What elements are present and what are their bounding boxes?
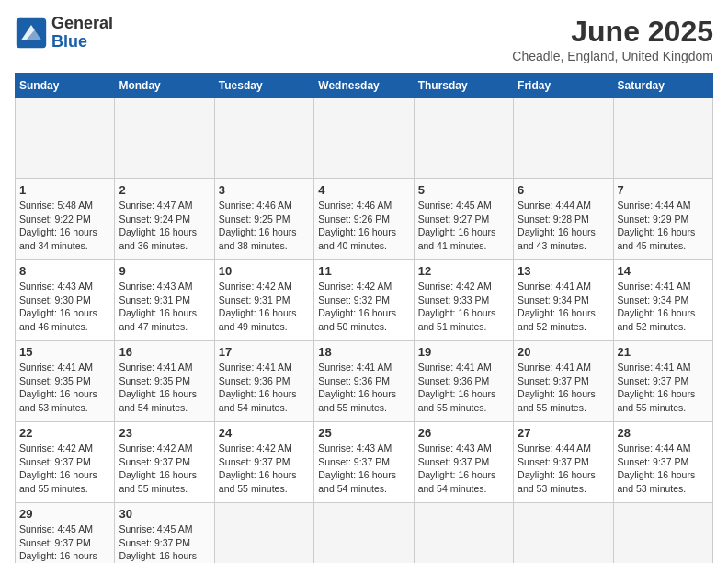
day-number: 27 [518,426,609,440]
day-number: 18 [318,345,409,359]
day-number: 6 [518,183,609,197]
calendar-week-row: 22 Sunrise: 4:42 AMSunset: 9:37 PMDaylig… [16,422,713,503]
day-number: 3 [219,183,310,197]
day-info: Sunrise: 4:43 AMSunset: 9:37 PMDaylight:… [318,442,396,494]
calendar-cell [414,503,513,564]
day-info: Sunrise: 4:41 AMSunset: 9:36 PMDaylight:… [418,362,496,413]
weekday-header: Sunday [16,74,115,98]
weekday-header: Monday [115,74,214,98]
day-info: Sunrise: 5:48 AMSunset: 9:22 PMDaylight:… [19,200,97,251]
day-number: 16 [119,345,210,359]
page-header: General Blue June 2025 Cheadle, England,… [15,15,713,63]
day-info: Sunrise: 4:42 AMSunset: 9:37 PMDaylight:… [119,442,197,494]
day-info: Sunrise: 4:46 AMSunset: 9:25 PMDaylight:… [219,200,297,251]
day-info: Sunrise: 4:41 AMSunset: 9:35 PMDaylight:… [19,362,97,413]
day-number: 13 [518,264,609,278]
calendar-cell: 1 Sunrise: 5:48 AMSunset: 9:22 PMDayligh… [16,179,115,260]
calendar-cell [214,503,313,564]
weekday-header: Friday [514,74,613,98]
day-info: Sunrise: 4:44 AMSunset: 9:29 PMDaylight:… [618,200,696,251]
calendar-cell: 25 Sunrise: 4:43 AMSunset: 9:37 PMDaylig… [314,422,414,503]
weekday-header: Wednesday [314,74,414,98]
calendar-cell: 2 Sunrise: 4:47 AMSunset: 9:24 PMDayligh… [115,179,214,260]
calendar-cell: 8 Sunrise: 4:43 AMSunset: 9:30 PMDayligh… [16,260,115,341]
day-number: 20 [518,345,609,359]
calendar-cell: 15 Sunrise: 4:41 AMSunset: 9:35 PMDaylig… [16,341,115,422]
calendar-cell: 4 Sunrise: 4:46 AMSunset: 9:26 PMDayligh… [314,179,414,260]
calendar-table: SundayMondayTuesdayWednesdayThursdayFrid… [15,73,713,563]
calendar-cell: 24 Sunrise: 4:42 AMSunset: 9:37 PMDaylig… [214,422,313,503]
day-info: Sunrise: 4:42 AMSunset: 9:32 PMDaylight:… [318,281,396,332]
calendar-cell: 13 Sunrise: 4:41 AMSunset: 9:34 PMDaylig… [514,260,613,341]
day-info: Sunrise: 4:41 AMSunset: 9:36 PMDaylight:… [219,362,297,413]
calendar-cell: 27 Sunrise: 4:44 AMSunset: 9:37 PMDaylig… [514,422,613,503]
day-number: 22 [19,426,110,440]
logo-icon [15,17,48,50]
day-info: Sunrise: 4:45 AMSunset: 9:37 PMDaylight:… [19,523,97,563]
calendar-cell: 16 Sunrise: 4:41 AMSunset: 9:35 PMDaylig… [115,341,214,422]
calendar-cell [314,98,414,179]
day-number: 26 [418,426,509,440]
calendar-cell: 17 Sunrise: 4:41 AMSunset: 9:36 PMDaylig… [214,341,313,422]
calendar-cell: 7 Sunrise: 4:44 AMSunset: 9:29 PMDayligh… [613,179,712,260]
calendar-cell: 19 Sunrise: 4:41 AMSunset: 9:36 PMDaylig… [414,341,513,422]
weekday-header: Saturday [613,74,712,98]
day-info: Sunrise: 4:41 AMSunset: 9:36 PMDaylight:… [318,362,396,413]
day-number: 10 [219,264,310,278]
location: Cheadle, England, United Kingdom [512,49,713,63]
calendar-week-row: 29 Sunrise: 4:45 AMSunset: 9:37 PMDaylig… [16,503,713,564]
calendar-cell: 20 Sunrise: 4:41 AMSunset: 9:37 PMDaylig… [514,341,613,422]
day-info: Sunrise: 4:43 AMSunset: 9:37 PMDaylight:… [418,442,496,494]
day-number: 5 [418,183,509,197]
day-number: 12 [418,264,509,278]
calendar-cell: 3 Sunrise: 4:46 AMSunset: 9:25 PMDayligh… [214,179,313,260]
weekday-header: Thursday [414,74,513,98]
logo-line1: General [51,15,113,33]
day-number: 21 [618,345,709,359]
day-info: Sunrise: 4:41 AMSunset: 9:37 PMDaylight:… [518,362,596,413]
day-number: 17 [219,345,310,359]
calendar-cell [115,98,214,179]
calendar-week-row [16,98,713,179]
calendar-week-row: 1 Sunrise: 5:48 AMSunset: 9:22 PMDayligh… [16,179,713,260]
calendar-cell: 23 Sunrise: 4:42 AMSunset: 9:37 PMDaylig… [115,422,214,503]
calendar-cell: 9 Sunrise: 4:43 AMSunset: 9:31 PMDayligh… [115,260,214,341]
calendar-cell [314,503,414,564]
calendar-week-row: 15 Sunrise: 4:41 AMSunset: 9:35 PMDaylig… [16,341,713,422]
calendar-cell [214,98,313,179]
day-info: Sunrise: 4:41 AMSunset: 9:37 PMDaylight:… [618,362,696,413]
calendar-cell: 10 Sunrise: 4:42 AMSunset: 9:31 PMDaylig… [214,260,313,341]
day-number: 11 [318,264,409,278]
calendar-cell: 28 Sunrise: 4:44 AMSunset: 9:37 PMDaylig… [613,422,712,503]
day-number: 19 [418,345,509,359]
day-number: 9 [119,264,210,278]
calendar-week-row: 8 Sunrise: 4:43 AMSunset: 9:30 PMDayligh… [16,260,713,341]
day-info: Sunrise: 4:44 AMSunset: 9:37 PMDaylight:… [618,442,696,494]
day-info: Sunrise: 4:46 AMSunset: 9:26 PMDaylight:… [318,200,396,251]
weekday-header: Tuesday [214,74,313,98]
logo: General Blue [15,15,113,52]
day-info: Sunrise: 4:43 AMSunset: 9:31 PMDaylight:… [119,281,197,332]
month-title: June 2025 [512,15,713,49]
day-number: 29 [19,507,110,521]
calendar-cell [514,503,613,564]
day-number: 7 [618,183,709,197]
day-number: 23 [119,426,210,440]
day-info: Sunrise: 4:42 AMSunset: 9:37 PMDaylight:… [19,442,97,494]
day-info: Sunrise: 4:44 AMSunset: 9:37 PMDaylight:… [518,442,596,494]
day-info: Sunrise: 4:45 AMSunset: 9:37 PMDaylight:… [119,523,197,563]
calendar-cell: 29 Sunrise: 4:45 AMSunset: 9:37 PMDaylig… [16,503,115,564]
day-info: Sunrise: 4:41 AMSunset: 9:34 PMDaylight:… [618,281,696,332]
day-info: Sunrise: 4:47 AMSunset: 9:24 PMDaylight:… [119,200,197,251]
calendar-cell: 26 Sunrise: 4:43 AMSunset: 9:37 PMDaylig… [414,422,513,503]
calendar-cell: 22 Sunrise: 4:42 AMSunset: 9:37 PMDaylig… [16,422,115,503]
calendar-cell: 5 Sunrise: 4:45 AMSunset: 9:27 PMDayligh… [414,179,513,260]
calendar-cell [414,98,513,179]
day-number: 4 [318,183,409,197]
day-number: 14 [618,264,709,278]
calendar-cell: 11 Sunrise: 4:42 AMSunset: 9:32 PMDaylig… [314,260,414,341]
day-info: Sunrise: 4:43 AMSunset: 9:30 PMDaylight:… [19,281,97,332]
day-number: 1 [19,183,110,197]
calendar-cell: 12 Sunrise: 4:42 AMSunset: 9:33 PMDaylig… [414,260,513,341]
day-number: 28 [618,426,709,440]
